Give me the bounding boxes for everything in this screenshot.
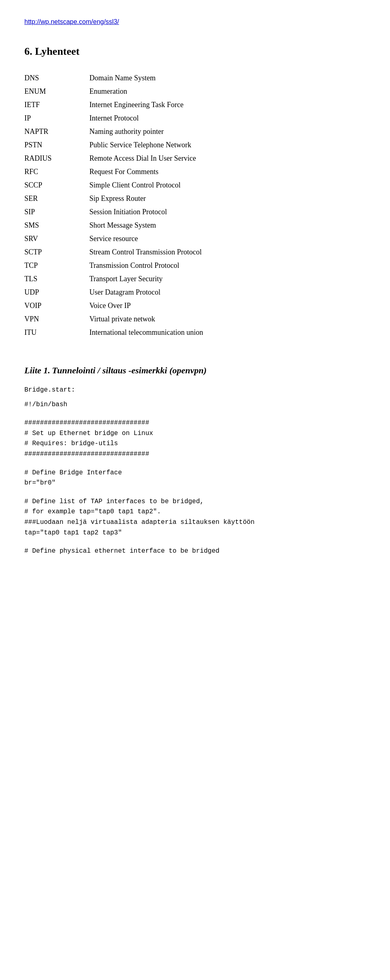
abbrev-short: IP <box>24 112 89 125</box>
abbrev-definition: Internet Engineering Task Force <box>89 98 366 112</box>
abbrev-short: TCP <box>24 259 89 272</box>
abbrev-row: IETFInternet Engineering Task Force <box>24 98 366 112</box>
abbrev-row: VPNVirtual private netwok <box>24 312 366 326</box>
abbrev-definition: Voice Over IP <box>89 299 366 312</box>
abbrev-short: PSTN <box>24 138 89 152</box>
abbrev-short: SMS <box>24 219 89 232</box>
abbrev-definition: Remote Access Dial In User Service <box>89 152 366 165</box>
abbrev-short: SER <box>24 192 89 205</box>
abbrev-row: ITUInternational telecommunication union <box>24 326 366 339</box>
abbrev-definition: Short Message System <box>89 219 366 232</box>
abbrev-short: NAPTR <box>24 125 89 138</box>
code-block-4: # Define physical ethernet interface to … <box>24 546 366 557</box>
code-section: Bridge.start: #!/bin/bash ##############… <box>24 385 366 557</box>
code-block-3: # Define list of TAP interfaces to be br… <box>24 497 366 538</box>
bridge-start-label: Bridge.start: <box>24 385 366 396</box>
abbrev-short: DNS <box>24 71 89 85</box>
abbrev-definition: Transmission Control Protocol <box>89 259 366 272</box>
abbrev-definition: Domain Name System <box>89 71 366 85</box>
abbrev-row: ENUMEnumeration <box>24 85 366 98</box>
abbrev-definition: Enumeration <box>89 85 366 98</box>
appendix-title-text: Tunnelointi / siltaus -esimerkki (openvp… <box>52 365 207 375</box>
abbrev-definition: Session Initiation Protocol <box>89 205 366 219</box>
code-block-2: # Define Bridge Interface br="br0" <box>24 468 366 489</box>
abbrev-row: SRVService resource <box>24 232 366 246</box>
abbrev-definition: Service resource <box>89 232 366 246</box>
abbrev-row: RFCRequest For Comments <box>24 165 366 179</box>
abbrev-definition: Public Service Telephone Network <box>89 138 366 152</box>
section-title: 6. Lyhenteet <box>24 43 366 59</box>
abbrev-row: RADIUSRemote Access Dial In User Service <box>24 152 366 165</box>
abbrev-row: SERSip Express Router <box>24 192 366 205</box>
abbrev-row: IPInternet Protocol <box>24 112 366 125</box>
abbrev-short: IETF <box>24 98 89 112</box>
abbrev-row: NAPTRNaming authority pointer <box>24 125 366 138</box>
abbrev-row: UDPUser Datagram Protocol <box>24 286 366 299</box>
abbrev-short: TLS <box>24 272 89 286</box>
section-6: 6. Lyhenteet DNSDomain Name SystemENUMEn… <box>24 43 366 339</box>
abbrev-short: UDP <box>24 286 89 299</box>
code-block-1: ################################ # Set u… <box>24 418 366 459</box>
abbrev-definition: Internet Protocol <box>89 112 366 125</box>
abbrev-row: SCTPStream Control Transmission Protocol <box>24 246 366 259</box>
abbrev-row: SCCPSimple Client Control Protocol <box>24 179 366 192</box>
abbrev-row: TCPTransmission Control Protocol <box>24 259 366 272</box>
appendix-1: Liite 1. Tunnelointi / siltaus -esimerkk… <box>24 364 366 377</box>
abbrev-short: RADIUS <box>24 152 89 165</box>
abbrev-definition: Transport Layer Security <box>89 272 366 286</box>
abbrev-short: ENUM <box>24 85 89 98</box>
abbrev-definition: Request For Comments <box>89 165 366 179</box>
abbrev-definition: Virtual private netwok <box>89 312 366 326</box>
abbrev-short: VPN <box>24 312 89 326</box>
abbrev-row: VOIPVoice Over IP <box>24 299 366 312</box>
abbrev-short: SCTP <box>24 246 89 259</box>
abbrev-definition: User Datagram Protocol <box>89 286 366 299</box>
abbrev-row: SIPSession Initiation Protocol <box>24 205 366 219</box>
appendix-num: Liite 1. <box>24 365 50 375</box>
shebang-line: #!/bin/bash <box>24 400 366 410</box>
abbrev-row: PSTNPublic Service Telephone Network <box>24 138 366 152</box>
abbrev-short: SRV <box>24 232 89 246</box>
abbrev-definition: Sip Express Router <box>89 192 366 205</box>
abbrev-definition: Naming authority pointer <box>89 125 366 138</box>
header-link[interactable]: http://wp.netscape.com/eng/ssl3/ <box>24 18 119 25</box>
abbrev-short: ITU <box>24 326 89 339</box>
abbreviations-table: DNSDomain Name SystemENUMEnumerationIETF… <box>24 71 366 339</box>
abbrev-row: SMSShort Message System <box>24 219 366 232</box>
abbrev-definition: Stream Control Transmission Protocol <box>89 246 366 259</box>
abbrev-definition: Simple Client Control Protocol <box>89 179 366 192</box>
abbrev-row: TLSTransport Layer Security <box>24 272 366 286</box>
abbrev-short: SCCP <box>24 179 89 192</box>
abbrev-short: SIP <box>24 205 89 219</box>
abbrev-short: VOIP <box>24 299 89 312</box>
abbrev-short: RFC <box>24 165 89 179</box>
abbrev-row: DNSDomain Name System <box>24 71 366 85</box>
abbrev-definition: International telecommunication union <box>89 326 366 339</box>
